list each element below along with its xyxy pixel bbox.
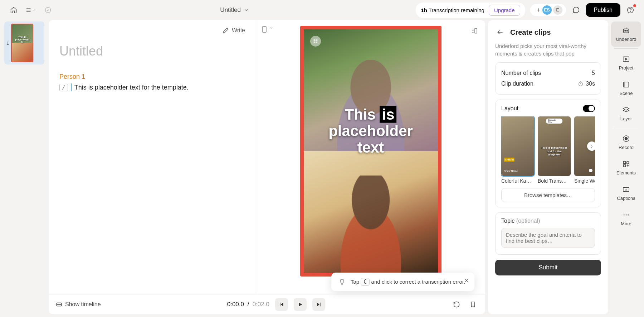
svg-point-28 bbox=[626, 30, 628, 32]
script-title[interactable]: Untitled bbox=[59, 44, 245, 59]
slash-command-icon: / bbox=[59, 84, 68, 91]
back-icon[interactable] bbox=[495, 27, 505, 37]
rail-more[interactable]: More bbox=[611, 206, 641, 231]
topic-card: Topic (optional) bbox=[495, 212, 601, 255]
clip-settings-card: Number of clips 5 Clip duration 30s bbox=[495, 62, 601, 95]
template-list: This is Show Name Colorful Ka… Episode T… bbox=[501, 116, 595, 184]
chevron-down-icon bbox=[244, 8, 249, 13]
more-icon bbox=[622, 211, 630, 219]
notification-dot bbox=[633, 4, 636, 7]
svg-rect-18 bbox=[280, 302, 280, 306]
scene-thumbnail[interactable]: 1 This is placeholder te bbox=[4, 21, 44, 64]
svg-point-44 bbox=[624, 215, 625, 216]
rail-layer[interactable]: Layer bbox=[611, 101, 641, 126]
svg-marker-17 bbox=[281, 302, 283, 306]
transcription-pill: 1h Transcription remaining Upgrade bbox=[416, 3, 525, 18]
home-icon[interactable] bbox=[9, 5, 19, 15]
layout-label: Layout bbox=[501, 105, 518, 112]
text-cursor bbox=[71, 83, 72, 91]
svg-marker-20 bbox=[317, 302, 319, 306]
svg-point-27 bbox=[625, 30, 626, 32]
svg-point-38 bbox=[626, 162, 629, 164]
play-button[interactable] bbox=[294, 298, 307, 311]
project-icon bbox=[622, 55, 630, 63]
watermark-icon bbox=[310, 36, 321, 47]
layout-toggle[interactable] bbox=[583, 105, 595, 112]
rail-project[interactable]: Project bbox=[611, 50, 641, 76]
avatar-e[interactable]: E bbox=[553, 5, 562, 15]
clock-icon bbox=[578, 81, 584, 87]
editor-area: Write Untitled Person 1 / This is placeh… bbox=[49, 20, 485, 314]
browse-templates-button[interactable]: Browse templates… bbox=[501, 188, 595, 202]
svg-point-45 bbox=[626, 215, 627, 216]
rail-elements[interactable]: Elements bbox=[611, 155, 641, 181]
template-next-icon[interactable]: › bbox=[587, 141, 595, 151]
elements-icon bbox=[622, 160, 630, 168]
svg-point-7 bbox=[630, 11, 631, 12]
captions-icon: A bbox=[622, 186, 630, 193]
svg-point-46 bbox=[628, 215, 629, 216]
skip-back-button[interactable] bbox=[275, 298, 288, 311]
add-collaborator-icon[interactable] bbox=[534, 5, 543, 15]
svg-rect-26 bbox=[624, 29, 629, 33]
avatar-es[interactable]: ES bbox=[542, 5, 552, 15]
svg-point-36 bbox=[625, 137, 627, 140]
show-timeline-button[interactable]: Show timeline bbox=[56, 301, 101, 308]
bookmark-icon[interactable] bbox=[468, 299, 478, 309]
scene-icon bbox=[622, 81, 630, 88]
svg-point-3 bbox=[45, 8, 51, 13]
time-display: 0:00.0 / 0:02.0 bbox=[227, 301, 269, 308]
key-c-badge: C bbox=[361, 278, 370, 286]
svg-rect-32 bbox=[624, 82, 629, 87]
create-clips-panel: Create clips Underlord picks your most v… bbox=[488, 20, 608, 314]
topic-input[interactable] bbox=[501, 228, 595, 248]
document-title-dropdown[interactable]: Untitled bbox=[57, 6, 411, 14]
rail-captions[interactable]: A Captions bbox=[611, 181, 641, 206]
close-icon[interactable] bbox=[464, 278, 469, 283]
rail-scene[interactable]: Scene bbox=[611, 76, 641, 101]
transcript-line[interactable]: / This is placeholder text for the templ… bbox=[59, 83, 245, 91]
svg-rect-8 bbox=[263, 27, 266, 33]
upgrade-button[interactable]: Upgrade bbox=[489, 5, 520, 16]
tip-popup: Tap C and click to correct a transcripti… bbox=[331, 273, 474, 291]
rail-record[interactable]: Record bbox=[611, 130, 641, 155]
template-item[interactable]: Episode Title This is placeholder text f… bbox=[538, 116, 571, 184]
help-icon[interactable] bbox=[625, 5, 635, 15]
panel-title: Create clips bbox=[510, 28, 551, 37]
sync-status-icon bbox=[43, 5, 53, 15]
aspect-ratio-button[interactable] bbox=[262, 26, 273, 33]
topic-label: Topic (optional) bbox=[501, 218, 595, 224]
loop-icon[interactable] bbox=[452, 299, 462, 309]
menu-icon[interactable] bbox=[26, 5, 36, 15]
svg-marker-31 bbox=[625, 58, 627, 60]
scene-number: 1 bbox=[6, 40, 9, 46]
scene-strip: 1 This is placeholder te bbox=[3, 20, 46, 314]
video-preview[interactable]: This is placeholder text bbox=[300, 26, 441, 277]
publish-button[interactable]: Publish bbox=[586, 3, 620, 17]
chevron-down-icon bbox=[269, 26, 273, 30]
pen-icon bbox=[223, 27, 229, 34]
panel-toggle-icon[interactable] bbox=[469, 26, 479, 36]
template-item[interactable]: This is Show Name Colorful Ka… bbox=[501, 116, 534, 184]
rail-underlord[interactable]: Underlord bbox=[611, 21, 641, 47]
submit-button[interactable]: Submit bbox=[495, 260, 601, 275]
svg-rect-37 bbox=[624, 162, 626, 164]
preview-pane: This is placeholder text bbox=[256, 20, 485, 294]
underlord-icon bbox=[622, 27, 630, 34]
transport-bar: Show timeline 0:00.0 / 0:02.0 bbox=[49, 294, 485, 314]
lightbulb-icon bbox=[338, 278, 346, 285]
clip-duration-row[interactable]: Clip duration 30s bbox=[501, 78, 595, 89]
speaker-label[interactable]: Person 1 bbox=[59, 73, 245, 81]
number-of-clips-row[interactable]: Number of clips 5 bbox=[501, 68, 595, 78]
comments-icon[interactable] bbox=[571, 5, 581, 15]
top-bar: Untitled 1h Transcription remaining Upgr… bbox=[0, 0, 644, 20]
layout-card: Layout This is Show Name Colorful Ka… Ep… bbox=[495, 100, 601, 207]
panel-description: Underlord picks your most viral-worthy m… bbox=[495, 42, 601, 57]
collaborators[interactable]: ES E bbox=[530, 4, 566, 16]
svg-marker-34 bbox=[623, 107, 629, 110]
script-pane: Write Untitled Person 1 / This is placeh… bbox=[49, 20, 256, 294]
caption-overlay: This is placeholder text bbox=[328, 106, 413, 156]
write-button[interactable]: Write bbox=[59, 27, 245, 40]
skip-forward-button[interactable] bbox=[312, 298, 325, 311]
svg-rect-12 bbox=[475, 28, 477, 33]
